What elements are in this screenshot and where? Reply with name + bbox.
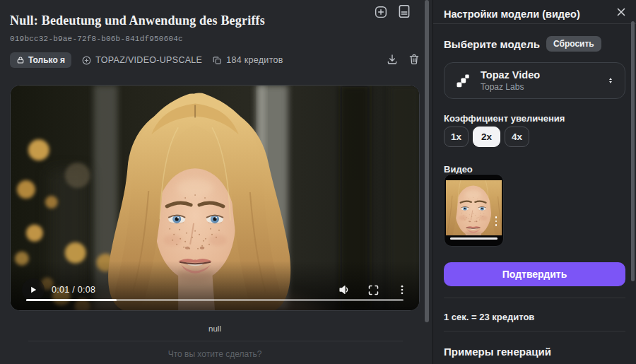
scale-option-4x[interactable]: 4x: [505, 127, 529, 147]
kebab-icon[interactable]: [396, 284, 408, 295]
examples-title: Примеры генераций: [444, 346, 551, 358]
play-icon: [28, 285, 38, 295]
page-title: Null: Bedeutung und Anwendung des Begrif…: [10, 13, 265, 28]
confirm-button[interactable]: Подтвердить: [444, 262, 625, 286]
scale-option-2x[interactable]: 2x: [473, 127, 500, 147]
thumbnail-kebab-icon[interactable]: [495, 216, 497, 226]
main-scrollbar[interactable]: [425, 0, 429, 322]
video-section-label: Видео: [444, 164, 473, 175]
privacy-badge[interactable]: Только я: [10, 52, 71, 68]
reset-button[interactable]: Сбросить: [546, 36, 601, 52]
model-select-texts: Topaz Video Topaz Labs: [481, 69, 540, 92]
volume-icon[interactable]: [338, 283, 351, 296]
divider: [433, 23, 636, 24]
model-tag-label: TOPAZ/VIDEO-UPSCALE: [95, 55, 202, 65]
model-section-header: Выберите модель Сбросить: [444, 36, 601, 52]
video-thumbnail[interactable]: [444, 174, 504, 247]
download-icon[interactable]: [386, 53, 399, 66]
prompt-hint[interactable]: Что вы хотите сделать?: [10, 349, 420, 359]
model-select[interactable]: Topaz Video Topaz Labs: [444, 62, 625, 99]
fullscreen-icon[interactable]: [367, 284, 379, 296]
scale-section-label: Коэффициент увеличения: [444, 113, 565, 124]
divider: [444, 298, 625, 298]
lock-icon: [16, 56, 25, 64]
video-caption: null: [10, 324, 420, 333]
main-panel: Null: Bedeutung und Anwendung des Begrif…: [0, 0, 432, 364]
generation-uuid: 019bcc32-b9ae-72f8-b06b-841df950604c: [10, 35, 183, 43]
scale-option-1x[interactable]: 1x: [444, 127, 469, 147]
privacy-badge-label: Только я: [28, 55, 65, 65]
model-section-label: Выберите модель: [444, 38, 540, 50]
settings-sidebar: Настройки модели (видео) Выберите модель…: [432, 0, 636, 364]
thumbnail-image: [446, 180, 502, 235]
credits-icon: [212, 55, 223, 66]
badge-row: Только я TOPAZ/VIDEO-UPSCALE 184 кредито…: [10, 52, 283, 68]
progress-bar[interactable]: [26, 299, 404, 301]
thumbnail-progress-bar: [450, 237, 497, 240]
model-vendor: Topaz Labs: [481, 82, 540, 93]
sort-icon: [606, 76, 615, 86]
model-circle-icon: [81, 55, 92, 66]
video-player[interactable]: 0:01 / 0:08: [10, 85, 420, 311]
close-icon[interactable]: [615, 6, 628, 18]
credits-badge[interactable]: 184 кредитов: [212, 55, 283, 66]
app-window: { "main": { "title": "Null: Bedeutung un…: [0, 0, 636, 364]
time-display: 0:01 / 0:08: [52, 285, 95, 295]
scale-options: 1x 2x 4x: [444, 127, 529, 147]
trash-icon[interactable]: [408, 53, 420, 66]
sidebar-scrollbar[interactable]: [631, 21, 635, 281]
divider: [444, 331, 625, 331]
sidebar-title: Настройки модели (видео): [444, 8, 580, 20]
credits-badge-label: 184 кредитов: [226, 55, 283, 65]
add-icon[interactable]: [374, 5, 388, 19]
thumbnail-progress-fill: [450, 237, 497, 240]
player-controls-right: [338, 283, 408, 296]
play-button[interactable]: [22, 278, 45, 301]
rate-info: 1 сек. = 23 кредитов: [444, 312, 534, 322]
divider: [28, 341, 403, 341]
progress-played: [26, 299, 117, 301]
topaz-logo-icon: [454, 72, 471, 89]
model-tag-badge[interactable]: TOPAZ/VIDEO-UPSCALE: [81, 55, 202, 66]
model-name: Topaz Video: [481, 69, 540, 81]
document-icon[interactable]: [396, 4, 412, 19]
